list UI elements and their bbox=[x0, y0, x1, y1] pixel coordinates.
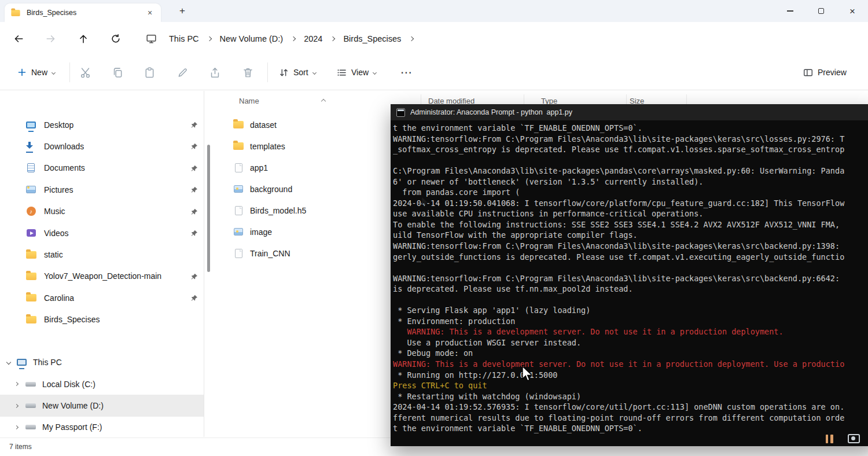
close-button[interactable] bbox=[837, 0, 868, 22]
sidebar-item-desktop[interactable]: Desktop bbox=[0, 114, 204, 135]
file-row-train-cnn[interactable]: Train_CNN bbox=[226, 242, 417, 264]
sidebar-item-pictures[interactable]: Pictures bbox=[0, 179, 204, 200]
sidebar-item-carolina[interactable]: Carolina bbox=[0, 287, 204, 308]
sidebar-item-documents[interactable]: Documents bbox=[0, 157, 204, 179]
refresh-button[interactable] bbox=[107, 30, 124, 47]
share-button[interactable] bbox=[203, 65, 226, 79]
sort-button[interactable]: Sort bbox=[273, 62, 322, 83]
sidebar-item-videos[interactable]: Videos bbox=[0, 222, 204, 244]
sidebar-item-my-passport-f[interactable]: My Passport (F:) bbox=[0, 417, 204, 437]
file-icon bbox=[235, 206, 242, 215]
navigation-pane: DesktopDownloadsDocumentsPicturesMusicVi… bbox=[0, 91, 204, 437]
this-pc-section: This PC bbox=[0, 351, 204, 373]
file-row-dataset[interactable]: dataset bbox=[226, 114, 417, 135]
preview-button[interactable]: Preview bbox=[797, 62, 852, 83]
toolbar-separator bbox=[69, 62, 70, 82]
terminal-line: * Restarting with watchdog (windowsapi) bbox=[393, 392, 868, 403]
chevron-right-icon[interactable] bbox=[409, 36, 414, 41]
folder-icon bbox=[233, 142, 244, 150]
chevron-down-icon bbox=[312, 70, 317, 74]
breadcrumb-item-this-pc[interactable]: This PC bbox=[161, 32, 207, 46]
rename-button[interactable] bbox=[171, 65, 194, 79]
pin-icon bbox=[191, 164, 198, 171]
screen-share-button[interactable] bbox=[845, 431, 862, 447]
terminal-line bbox=[393, 263, 868, 274]
back-button[interactable] bbox=[10, 30, 27, 47]
new-button-label: New bbox=[31, 68, 47, 77]
file-row-templates[interactable]: templates bbox=[226, 135, 417, 157]
pin-icon bbox=[191, 142, 198, 149]
terminal-line: is deprecated. Please use tf.nn.max_pool… bbox=[393, 284, 868, 295]
sidebar-item-static[interactable]: static bbox=[0, 244, 204, 265]
pin-icon bbox=[191, 229, 198, 236]
minimize-icon bbox=[787, 10, 793, 11]
chevron-down-icon[interactable] bbox=[6, 359, 11, 364]
breadcrumb-item-birds-specises[interactable]: Birds_Specises bbox=[336, 32, 409, 46]
more-options-icon bbox=[400, 65, 412, 79]
folder-icon bbox=[233, 121, 244, 128]
terminal-line: use available CPU instructions in perfor… bbox=[393, 209, 868, 220]
folder-icon bbox=[26, 316, 36, 323]
sidebar-item-label: Local Disk (C:) bbox=[42, 380, 95, 389]
image-file-icon bbox=[234, 185, 243, 193]
sidebar-item-downloads[interactable]: Downloads bbox=[0, 135, 204, 157]
chevron-right-icon[interactable] bbox=[14, 425, 19, 429]
terminal-line: t the environment variable `TF_ENABLE_ON… bbox=[393, 424, 868, 435]
new-button[interactable]: New bbox=[12, 62, 61, 83]
explorer-tab[interactable]: Birds_Specises bbox=[5, 3, 161, 22]
file-name: image bbox=[250, 227, 272, 237]
breadcrumb-item-2024[interactable]: 2024 bbox=[296, 32, 330, 46]
maximize-button[interactable] bbox=[806, 0, 837, 22]
sidebar-item-new-volume-d[interactable]: New Volume (D:) bbox=[0, 395, 204, 416]
terminal-title: Administrator: Anaconda Prompt - python … bbox=[410, 108, 572, 116]
chevron-right-icon[interactable] bbox=[14, 382, 19, 386]
cut-button[interactable] bbox=[73, 65, 97, 79]
file-row-background[interactable]: background bbox=[226, 178, 417, 200]
sidebar-item-music[interactable]: Music bbox=[0, 201, 204, 222]
terminal-line bbox=[393, 156, 868, 167]
more-options-button[interactable] bbox=[395, 62, 418, 83]
terminal-line: gerly_outside_functions is deprecated. P… bbox=[393, 252, 868, 263]
paste-button[interactable] bbox=[138, 65, 161, 79]
toolbar-separator bbox=[267, 62, 268, 82]
new-tab-button[interactable] bbox=[175, 4, 189, 18]
terminal-output[interactable]: t the environment variable `TF_ENABLE_ON… bbox=[391, 120, 868, 446]
terminal-line: Use a production WSGI server instead. bbox=[393, 338, 868, 349]
sidebar-item-yolov7-weapon-detection-main[interactable]: Yolov7_Weapon_Detection-main bbox=[0, 266, 204, 287]
up-button[interactable] bbox=[75, 30, 92, 47]
terminal-line: WARNING:tensorflow:From C:\Program Files… bbox=[393, 241, 868, 252]
sidebar-scrollbar[interactable] bbox=[207, 145, 210, 272]
this-pc-icon bbox=[17, 359, 27, 366]
drive-icon bbox=[25, 382, 36, 387]
tab-title: Birds_Specises bbox=[27, 9, 145, 17]
file-row-birds-model-h5[interactable]: Birds_model.h5 bbox=[226, 200, 417, 221]
tab-close-icon[interactable] bbox=[145, 8, 155, 18]
delete-button[interactable] bbox=[236, 65, 259, 79]
column-header-name[interactable]: Name bbox=[239, 97, 259, 105]
sidebar-item-this-pc[interactable]: This PC bbox=[0, 351, 204, 373]
file-row-app1[interactable]: app1 bbox=[226, 157, 417, 178]
forward-button[interactable] bbox=[42, 30, 60, 47]
minimize-button[interactable] bbox=[774, 0, 806, 22]
terminal-line: from pandas.core import ( bbox=[393, 187, 868, 198]
copy-button[interactable] bbox=[106, 65, 129, 79]
chevron-right-icon[interactable] bbox=[207, 36, 211, 41]
terminal-line: * Environment: production bbox=[393, 317, 868, 328]
anaconda-prompt-window[interactable]: Administrator: Anaconda Prompt - python … bbox=[391, 104, 868, 446]
chevron-right-icon[interactable] bbox=[330, 36, 335, 41]
pause-button[interactable] bbox=[821, 431, 838, 447]
chevron-right-icon[interactable] bbox=[14, 404, 19, 408]
sort-button-label: Sort bbox=[293, 68, 308, 77]
downloads-icon bbox=[27, 142, 35, 150]
breadcrumb-item-new-volume-d[interactable]: New Volume (D:) bbox=[212, 32, 291, 46]
chevron-right-icon[interactable] bbox=[291, 36, 296, 41]
sidebar-item-local-disk-c[interactable]: Local Disk (C:) bbox=[0, 373, 204, 395]
documents-icon bbox=[27, 163, 35, 172]
view-button[interactable]: View bbox=[331, 62, 382, 83]
drive-icon bbox=[25, 403, 36, 408]
videos-icon bbox=[27, 229, 36, 237]
sidebar-item-birds-specises[interactable]: Birds_Specises bbox=[0, 309, 204, 330]
terminal-title-bar[interactable]: Administrator: Anaconda Prompt - python … bbox=[391, 104, 868, 120]
file-row-image[interactable]: image bbox=[226, 221, 417, 242]
pin-icon bbox=[191, 186, 198, 193]
